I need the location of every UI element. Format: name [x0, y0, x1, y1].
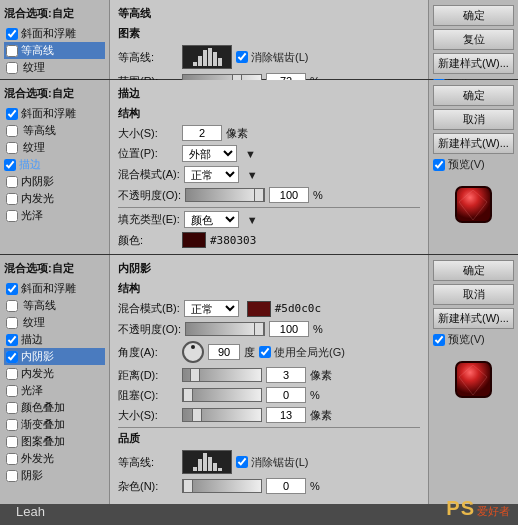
angle-input-3[interactable]: [208, 344, 240, 360]
s3-stroke[interactable]: 描边: [4, 331, 105, 348]
angle-row-3: 角度(A): 度 使用全局光(G): [118, 341, 420, 363]
glow-cb-2[interactable]: [6, 193, 18, 205]
size-input-3[interactable]: [266, 407, 306, 423]
opacity-slider[interactable]: [185, 188, 265, 202]
bevel-cb-2[interactable]: [6, 108, 18, 120]
s3-coloroverlay-cb[interactable]: [6, 402, 18, 414]
s3-dropshadow-cb[interactable]: [6, 470, 18, 482]
distance-slider-3[interactable]: [182, 368, 262, 382]
hist-bar: [213, 52, 217, 66]
antialias-checkbox-1[interactable]: [236, 51, 248, 63]
sidebar-item-contour-2[interactable]: 等高线: [4, 122, 105, 139]
s3-contour-cb[interactable]: [6, 300, 18, 312]
sidebar-item-shadow-2[interactable]: 内阴影: [4, 173, 105, 190]
ok-btn-1[interactable]: 确定: [433, 5, 514, 26]
sidebar-item-contour-1[interactable]: 等高线: [4, 42, 105, 59]
satin-cb-2[interactable]: [6, 210, 18, 222]
histogram-1[interactable]: [182, 45, 232, 69]
bevel-checkbox-1[interactable]: [6, 28, 18, 40]
histogram-3[interactable]: [182, 450, 232, 474]
antialias-label-3: 消除锯齿(L): [251, 455, 308, 470]
new-style-btn-2[interactable]: 新建样式(W)...: [433, 133, 514, 154]
dropdown-icon-fill: ▼: [247, 214, 258, 226]
s3-texture[interactable]: 纹理: [4, 314, 105, 331]
reset-btn-1[interactable]: 复位: [433, 29, 514, 50]
new-style-btn-3[interactable]: 新建样式(W)...: [433, 308, 514, 329]
s3-bevel-cb[interactable]: [6, 283, 18, 295]
s3-innershadow-cb[interactable]: [6, 351, 18, 363]
texture-checkbox-1[interactable]: [6, 62, 18, 74]
hist-bar: [198, 56, 202, 66]
gem-preview-2: [449, 179, 499, 229]
shadow-cb-2[interactable]: [6, 176, 18, 188]
section-title-3: 内阴影: [118, 261, 420, 276]
opacity-row: 不透明度(O): %: [118, 187, 420, 203]
subsection-title-2: 结构: [118, 106, 420, 121]
angle-wheel-3[interactable]: [182, 341, 204, 363]
noise-slider-3[interactable]: [182, 479, 262, 493]
s3-dropshadow[interactable]: 阴影: [4, 467, 105, 484]
subsection-title-3a: 结构: [118, 281, 420, 296]
texture-cb-2[interactable]: [6, 142, 18, 154]
s3-bevel[interactable]: 斜面和浮雕: [4, 280, 105, 297]
s3-innerglow[interactable]: 内发光: [4, 365, 105, 382]
preview-check-3[interactable]: [433, 334, 445, 346]
main-panel1: 等高线 图素 等高线: 消除锯齿(L) 范围(R): %: [110, 0, 428, 79]
sidebar-item-satin-2[interactable]: 光泽: [4, 207, 105, 224]
s3-coloroverlay[interactable]: 颜色叠加: [4, 399, 105, 416]
sidebar-item-glow-2[interactable]: 内发光: [4, 190, 105, 207]
cancel-btn-3[interactable]: 取消: [433, 284, 514, 305]
noise-label-3: 杂色(N):: [118, 479, 178, 494]
s3-satin[interactable]: 光泽: [4, 382, 105, 399]
choke-slider-3[interactable]: [182, 388, 262, 402]
global-light-row: 使用全局光(G): [259, 345, 345, 360]
s3-gradoverlay[interactable]: 渐变叠加: [4, 416, 105, 433]
blend-select[interactable]: 正常 叠加: [184, 166, 239, 183]
size-slider-3[interactable]: [182, 408, 262, 422]
filltype-select[interactable]: 颜色 渐变: [184, 211, 239, 228]
color-swatch-3[interactable]: [247, 301, 271, 317]
main-panel2: 描边 结构 大小(S): 像素 位置(P): 外部 内部 居中 ▼ 混合模式(A…: [110, 80, 428, 254]
distance-label-3: 距离(D):: [118, 368, 178, 383]
s3-outerglow-cb[interactable]: [6, 453, 18, 465]
ok-btn-2[interactable]: 确定: [433, 85, 514, 106]
blend-select-3[interactable]: 正常 叠加: [184, 300, 239, 317]
ps-watermark-area: PS 爱好者: [446, 497, 510, 520]
cancel-btn-2[interactable]: 取消: [433, 109, 514, 130]
new-style-btn-1[interactable]: 新建样式(W)...: [433, 53, 514, 74]
noise-input-3[interactable]: [266, 478, 306, 494]
s3-texture-cb[interactable]: [6, 317, 18, 329]
size-input[interactable]: [182, 125, 222, 141]
s3-stroke-cb[interactable]: [6, 334, 18, 346]
sidebar-item-texture-2[interactable]: 纹理: [4, 139, 105, 156]
s3-innerglow-cb[interactable]: [6, 368, 18, 380]
s3-contour[interactable]: 等高线: [4, 297, 105, 314]
position-select[interactable]: 外部 内部 居中: [182, 145, 237, 162]
s3-patternoverlay-cb[interactable]: [6, 436, 18, 448]
sidebar-item-stroke-2[interactable]: 描边: [4, 156, 105, 173]
opacity-input[interactable]: [269, 187, 309, 203]
s3-gradoverlay-cb[interactable]: [6, 419, 18, 431]
opacity-input-3[interactable]: [269, 321, 309, 337]
sidebar-item-bevel-1[interactable]: 斜面和浮雕: [4, 25, 105, 42]
global-light-cb[interactable]: [259, 346, 271, 358]
hist-bar: [203, 453, 207, 471]
s3-innershadow[interactable]: 内阴影: [4, 348, 105, 365]
antialias-cb-3[interactable]: [236, 456, 248, 468]
contour-cb-2[interactable]: [6, 125, 18, 137]
stroke-cb-2[interactable]: [4, 159, 16, 171]
ok-btn-3[interactable]: 确定: [433, 260, 514, 281]
opacity-slider-3[interactable]: [185, 322, 265, 336]
choke-input-3[interactable]: [266, 387, 306, 403]
preview-check-2[interactable]: [433, 159, 445, 171]
sidebar-item-texture-1[interactable]: 纹理: [4, 59, 105, 76]
color-swatch-2[interactable]: [182, 232, 206, 248]
s3-outerglow[interactable]: 外发光: [4, 450, 105, 467]
opacity-label-3: 不透明度(O):: [118, 322, 181, 337]
contour-checkbox-1[interactable]: [6, 45, 18, 57]
s3-patternoverlay[interactable]: 图案叠加: [4, 433, 105, 450]
s3-satin-cb[interactable]: [6, 385, 18, 397]
sidebar-item-bevel-2[interactable]: 斜面和浮雕: [4, 105, 105, 122]
distance-input-3[interactable]: [266, 367, 306, 383]
blend-row: 混合模式(A): 正常 叠加 ▼: [118, 166, 420, 183]
